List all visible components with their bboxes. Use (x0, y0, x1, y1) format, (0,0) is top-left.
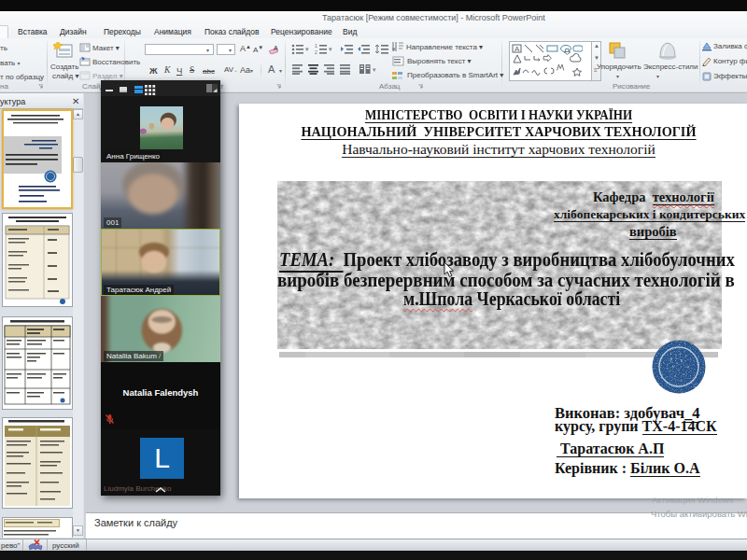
svg-text:2: 2 (315, 49, 317, 54)
svg-text:▾: ▾ (373, 66, 376, 73)
svg-text:A: A (514, 45, 520, 53)
svg-text:▾: ▾ (305, 46, 309, 52)
svg-text:A: A (274, 45, 278, 51)
svg-text:1: 1 (315, 44, 317, 49)
svg-text:▾: ▾ (329, 46, 332, 52)
